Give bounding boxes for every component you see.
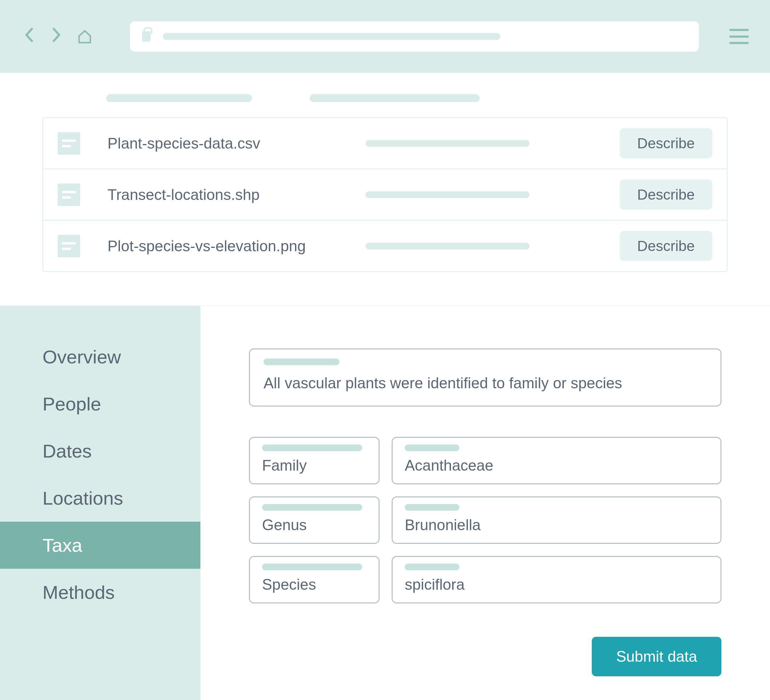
lower-section: Overview People Dates Locations Taxa Met…: [0, 305, 770, 700]
rank-field[interactable]: Genus: [249, 496, 380, 544]
file-meta-placeholder: [366, 140, 529, 147]
field-label-placeholder: [264, 358, 340, 365]
file-table: Plant-species-data.csv Describe Transect…: [42, 117, 728, 272]
taxon-value: Brunoniella: [405, 516, 709, 534]
submit-button[interactable]: Submit data: [592, 637, 721, 676]
describe-button[interactable]: Describe: [620, 128, 712, 158]
browser-toolbar: [0, 0, 770, 73]
field-label-placeholder: [262, 504, 362, 511]
rank-field[interactable]: Species: [249, 556, 380, 603]
rank-value: Species: [262, 576, 367, 593]
field-label-placeholder: [262, 564, 362, 570]
sidebar-item-people[interactable]: People: [0, 381, 201, 428]
file-table-header: [42, 94, 728, 117]
lock-icon: [142, 31, 150, 42]
sidebar-item-locations[interactable]: Locations: [0, 475, 201, 522]
describe-button[interactable]: Describe: [620, 231, 712, 261]
taxon-value: Acanthaceae: [405, 457, 709, 474]
description-text: All vascular plants were identified to f…: [264, 374, 707, 392]
submit-row: Submit data: [249, 637, 721, 676]
value-field[interactable]: spiciflora: [391, 556, 721, 603]
header-placeholder: [106, 94, 252, 102]
main-panel: All vascular plants were identified to f…: [201, 306, 770, 700]
value-field[interactable]: Brunoniella: [391, 496, 721, 544]
file-icon: [58, 183, 80, 206]
rank-value: Genus: [262, 516, 367, 534]
header-placeholder: [310, 94, 480, 102]
description-box[interactable]: All vascular plants were identified to f…: [249, 348, 721, 407]
file-row: Transect-locations.shp Describe: [43, 169, 727, 220]
field-label-placeholder: [405, 564, 459, 570]
rank-field[interactable]: Family: [249, 437, 380, 484]
menu-button[interactable]: [729, 29, 749, 44]
file-name: Transect-locations.shp: [107, 186, 338, 204]
sidebar-item-overview[interactable]: Overview: [0, 333, 201, 381]
file-row: Plant-species-data.csv Describe: [43, 118, 727, 169]
field-label-placeholder: [405, 444, 459, 451]
file-name: Plant-species-data.csv: [107, 134, 338, 152]
file-icon: [58, 235, 80, 257]
field-label-placeholder: [405, 504, 459, 511]
address-bar[interactable]: [130, 21, 699, 52]
sidebar-item-taxa[interactable]: Taxa: [0, 522, 201, 569]
file-meta-placeholder: [366, 243, 529, 250]
sidebar-item-dates[interactable]: Dates: [0, 428, 201, 475]
file-name: Plot-species-vs-elevation.png: [107, 237, 338, 255]
rank-value: Family: [262, 457, 367, 474]
file-row: Plot-species-vs-elevation.png Describe: [43, 220, 727, 271]
sidebar: Overview People Dates Locations Taxa Met…: [0, 306, 201, 700]
back-button[interactable]: [21, 27, 36, 46]
value-field[interactable]: Acanthaceae: [391, 437, 721, 484]
file-icon: [58, 132, 80, 155]
url-placeholder: [163, 33, 500, 40]
sidebar-item-methods[interactable]: Methods: [0, 569, 201, 616]
taxa-fields: Family Acanthaceae Genus Brunoniella Spe…: [249, 437, 721, 603]
forward-button[interactable]: [49, 27, 64, 46]
home-button[interactable]: [76, 28, 94, 45]
taxon-value: spiciflora: [405, 576, 709, 593]
describe-button[interactable]: Describe: [620, 180, 712, 210]
file-meta-placeholder: [366, 191, 529, 198]
file-section: Plant-species-data.csv Describe Transect…: [0, 73, 770, 305]
field-label-placeholder: [262, 444, 362, 451]
